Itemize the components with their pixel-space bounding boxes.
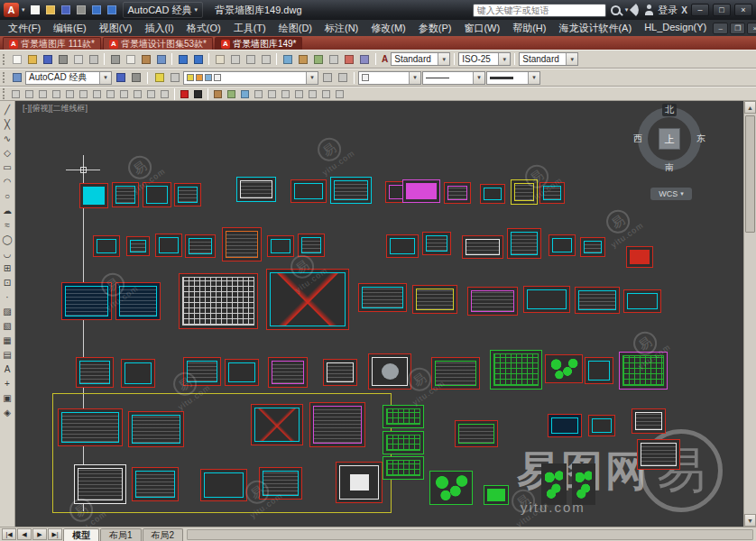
explode-icon[interactable] bbox=[158, 87, 171, 100]
drawing-thumbnail[interactable] bbox=[632, 408, 666, 434]
menu-item[interactable]: 插入(I) bbox=[138, 22, 180, 35]
qnew-icon[interactable] bbox=[9, 51, 24, 67]
drawing-thumbnail[interactable] bbox=[251, 404, 303, 445]
otrack-icon[interactable] bbox=[292, 87, 306, 100]
maximize-button[interactable]: □ bbox=[713, 4, 731, 16]
polar-icon[interactable] bbox=[279, 87, 292, 100]
layout-tab[interactable]: 布局1 bbox=[100, 528, 142, 541]
chevron-down-icon[interactable]: ▾ bbox=[566, 53, 577, 65]
drawing-thumbnail[interactable] bbox=[580, 237, 605, 257]
menu-item[interactable]: HL_Design(Y) bbox=[638, 22, 713, 35]
copy-icon[interactable] bbox=[123, 51, 138, 67]
drawing-thumbnail[interactable] bbox=[523, 286, 570, 313]
toolbar-grip[interactable] bbox=[3, 72, 6, 83]
measure-icon[interactable]: ◈ bbox=[1, 406, 14, 419]
chevron-down-icon[interactable]: ▾ bbox=[438, 53, 449, 65]
workspace-combo[interactable]: AutoCAD 经典 ▾ bbox=[25, 71, 112, 85]
search-options-caret-icon[interactable]: ▾ bbox=[625, 6, 629, 14]
menu-item[interactable]: 文件(F) bbox=[2, 22, 47, 35]
undo-icon[interactable] bbox=[175, 51, 190, 67]
drawing-thumbnail[interactable] bbox=[323, 359, 357, 386]
drawing-thumbnail[interactable] bbox=[155, 234, 182, 257]
revision-cloud-icon[interactable]: ☁ bbox=[1, 204, 14, 217]
sheet-set-manager-icon[interactable] bbox=[326, 51, 341, 67]
properties-icon[interactable] bbox=[280, 51, 295, 67]
drawing-thumbnail[interactable] bbox=[290, 179, 327, 203]
menu-item[interactable]: 视图(V) bbox=[93, 22, 139, 35]
drawing-thumbnail[interactable] bbox=[128, 411, 184, 447]
plot-icon[interactable] bbox=[74, 3, 89, 18]
mirror-icon[interactable] bbox=[36, 87, 50, 100]
doc-restore-button[interactable]: ❐ bbox=[730, 23, 745, 34]
drawing-thumbnail[interactable] bbox=[480, 184, 505, 204]
drawing-thumbnail[interactable] bbox=[386, 234, 419, 258]
pan-icon[interactable] bbox=[212, 51, 227, 67]
polygon-icon[interactable]: ◇ bbox=[1, 146, 14, 160]
lineweight-combo[interactable]: ▾ bbox=[486, 71, 540, 85]
zoom-realtime-icon[interactable] bbox=[227, 51, 243, 67]
qnew-icon[interactable] bbox=[28, 3, 43, 18]
drawing-thumbnail[interactable] bbox=[121, 359, 155, 388]
drawing-thumbnail[interactable] bbox=[626, 246, 653, 268]
document-tab[interactable]: A背景墙图库149* bbox=[215, 37, 303, 50]
color-swatch-red[interactable] bbox=[178, 87, 191, 100]
menu-item[interactable]: 标注(N) bbox=[318, 22, 364, 35]
drawing-thumbnail[interactable] bbox=[179, 273, 258, 329]
drawing-thumbnail[interactable] bbox=[236, 177, 276, 202]
menu-item[interactable]: 格式(O) bbox=[180, 22, 227, 35]
layout-tab-nav-button[interactable]: ◀ bbox=[17, 528, 32, 540]
rectangle-icon[interactable]: ▭ bbox=[1, 160, 14, 174]
construction-line-icon[interactable]: ╳ bbox=[1, 117, 14, 131]
drawing-thumbnail[interactable] bbox=[132, 467, 179, 501]
gradient-icon[interactable]: ▧ bbox=[1, 319, 14, 333]
drawing-thumbnail[interactable] bbox=[267, 235, 294, 257]
drawing-thumbnail[interactable] bbox=[93, 235, 120, 257]
drawing-thumbnail[interactable] bbox=[76, 357, 114, 388]
lwt-icon[interactable] bbox=[333, 87, 346, 100]
osnap-icon[interactable] bbox=[238, 87, 252, 100]
drawing-thumbnail[interactable] bbox=[268, 357, 308, 388]
application-menu-button[interactable]: A bbox=[4, 3, 19, 17]
plot-preview-icon[interactable] bbox=[70, 51, 86, 67]
drawing-thumbnail[interactable] bbox=[444, 182, 471, 204]
extend-icon[interactable] bbox=[131, 87, 144, 100]
linetype-combo[interactable]: ▾ bbox=[422, 71, 485, 85]
menu-item[interactable]: 窗口(W) bbox=[457, 22, 506, 35]
markup-icon[interactable] bbox=[341, 51, 356, 67]
quickcalc-icon[interactable] bbox=[356, 51, 372, 67]
add-selected-icon[interactable]: + bbox=[1, 377, 14, 390]
drawing-thumbnail[interactable] bbox=[637, 439, 680, 470]
fillet-icon[interactable] bbox=[144, 87, 158, 100]
polyline-icon[interactable]: ∿ bbox=[1, 132, 14, 145]
paste-icon[interactable] bbox=[138, 51, 153, 67]
drawing-thumbnail[interactable] bbox=[330, 177, 372, 204]
wcs-button[interactable]: WCS ▾ bbox=[650, 188, 692, 200]
scroll-up-button[interactable]: ▲ bbox=[744, 101, 756, 114]
ellipse-icon[interactable]: ◯ bbox=[1, 233, 14, 246]
chevron-down-icon[interactable]: ▾ bbox=[306, 72, 318, 84]
drawing-thumbnail[interactable] bbox=[79, 183, 108, 208]
doc-close-button[interactable]: × bbox=[747, 23, 756, 34]
drawing-thumbnail[interactable] bbox=[422, 232, 451, 255]
drawing-thumbnail[interactable] bbox=[462, 235, 503, 259]
zoom-window-icon[interactable] bbox=[243, 51, 258, 67]
table-style-combo[interactable]: Standard ▾ bbox=[519, 52, 578, 66]
scale-icon[interactable] bbox=[104, 87, 117, 100]
layout-tab-nav-button[interactable]: |◀ bbox=[2, 528, 16, 540]
spline-icon[interactable]: ≈ bbox=[1, 218, 14, 232]
drawing-thumbnail[interactable] bbox=[358, 283, 407, 312]
region-icon[interactable]: ▦ bbox=[1, 334, 14, 347]
layout-tab[interactable]: 模型 bbox=[63, 528, 99, 541]
close-button[interactable]: × bbox=[734, 4, 752, 16]
document-tab[interactable]: A背景墙图库 111款* bbox=[3, 37, 101, 50]
undo-icon[interactable] bbox=[89, 3, 105, 18]
arc-icon[interactable]: ◠ bbox=[1, 175, 14, 188]
layout-tab[interactable]: 布局2 bbox=[143, 528, 184, 541]
open-icon[interactable] bbox=[24, 51, 40, 67]
minimize-button[interactable]: – bbox=[691, 4, 709, 16]
drawing-thumbnail[interactable] bbox=[126, 236, 150, 256]
drawing-thumbnail[interactable] bbox=[383, 431, 424, 454]
menu-item[interactable]: 工具(T) bbox=[227, 22, 272, 35]
chevron-down-icon[interactable]: ▾ bbox=[498, 53, 510, 65]
drawing-thumbnail[interactable] bbox=[402, 179, 440, 203]
